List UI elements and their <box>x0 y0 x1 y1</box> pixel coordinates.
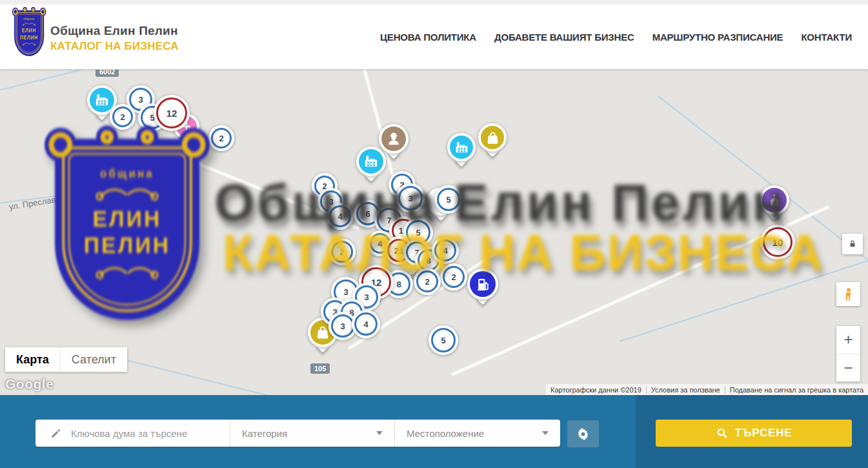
pegman-icon <box>841 287 856 302</box>
map-cluster-marker[interactable]: 12 <box>154 95 190 131</box>
crest-municipality-label: община <box>23 17 34 21</box>
map-attribution: Картографски данни ©2019 Условия за полз… <box>546 384 868 395</box>
map-pin-church[interactable] <box>760 185 789 221</box>
map-cluster-marker[interactable]: 2 <box>208 125 234 151</box>
map-pin-shopping-bag[interactable] <box>478 123 507 158</box>
attribution-report-error-link[interactable]: Подаване на сигнал за грешка в картата <box>725 386 868 394</box>
map-cluster-marker[interactable]: 5 <box>434 185 463 214</box>
lock-icon <box>847 239 858 249</box>
zoom-control: + − <box>836 326 860 382</box>
search-button-label: ТЪРСЕНЕ <box>735 427 792 440</box>
municipality-crest-logo: общинаЕЛИНПЕЛИН <box>14 10 44 57</box>
keyword-search-input[interactable] <box>71 428 213 439</box>
factory-icon <box>363 153 379 170</box>
lock-button[interactable] <box>842 234 863 254</box>
keyword-segment <box>35 420 230 447</box>
worker-icon <box>385 130 402 147</box>
search-submit-button[interactable]: ТЪРСЕНЕ <box>656 420 852 447</box>
search-section: Категория Местоположение ТЪРСЕНЕ <box>0 395 868 468</box>
map-pin-fuel[interactable] <box>467 269 498 306</box>
map-cluster-marker[interactable]: 2 <box>110 104 136 130</box>
nav-add-your-business[interactable]: ДОБАВЕТЕ ВАШИЯТ БИЗНЕС <box>494 32 634 43</box>
page: общинаЕЛИНПЕЛИН Община Елин Пелин КАТАЛО… <box>0 0 868 468</box>
google-logo[interactable]: Google <box>5 376 54 392</box>
gear-icon <box>576 427 590 441</box>
map-cluster-marker[interactable]: 2 <box>328 238 356 265</box>
map-cluster-marker[interactable]: 5 <box>429 325 458 355</box>
category-select[interactable]: Категория <box>230 420 395 447</box>
location-select-value: Местоположение <box>407 428 484 439</box>
chevron-down-icon <box>542 431 549 435</box>
search-icon <box>716 427 729 440</box>
site-logo[interactable]: общинаЕЛИНПЕЛИН Община Елин Пелин КАТАЛО… <box>14 10 179 57</box>
advanced-search-button[interactable] <box>567 420 599 447</box>
attribution-terms-link[interactable]: Условия за ползване <box>646 386 725 394</box>
map-cluster-marker[interactable]: 2 <box>440 263 467 290</box>
map-cluster-marker[interactable]: 4 <box>432 237 459 264</box>
map-cluster-marker[interactable]: 4 <box>352 310 380 338</box>
site-subtitle: КАТАЛОГ НА БИЗНЕСА <box>50 40 179 53</box>
fuel-icon <box>474 276 492 293</box>
map-cluster-marker[interactable]: 4 <box>327 203 354 230</box>
nav-contacts[interactable]: КОНТАКТИ <box>801 32 852 43</box>
logo-text: Община Елин Пелин КАТАЛОГ НА БИЗНЕСА <box>50 10 179 53</box>
church-icon <box>766 192 783 209</box>
header: общинаЕЛИНПЕЛИН Община Елин Пелин КАТАЛО… <box>0 0 868 70</box>
map-type-map-button[interactable]: Карта <box>5 347 60 372</box>
map-pin-factory[interactable] <box>356 147 386 183</box>
map-cluster-marker[interactable]: 10 <box>760 225 795 259</box>
site-title: Община Елин Пелин <box>50 24 179 38</box>
search-bar: Категория Местоположение <box>35 420 560 447</box>
pegman-button[interactable] <box>836 282 860 306</box>
shopping-bag-icon <box>485 130 501 146</box>
map-canvas[interactable]: 6002105 ул. Преславбул. „Новосел 3251222… <box>0 70 868 395</box>
pencil-icon <box>50 427 62 440</box>
category-select-value: Категория <box>242 428 287 439</box>
map-cluster-marker[interactable]: 3 <box>396 183 425 213</box>
zoom-in-button[interactable]: + <box>836 326 860 354</box>
map-cluster-marker[interactable]: 2 <box>414 268 441 295</box>
map-pin-factory[interactable] <box>447 133 476 168</box>
attribution-copyright: Картографски данни ©2019 <box>546 386 646 394</box>
marker-layer: 32512223235467135242178422812333834510 <box>0 70 868 395</box>
zoom-out-button[interactable]: − <box>836 354 860 382</box>
nav-route-schedule[interactable]: МАРШРУТНО РАЗПИСАНИЕ <box>652 32 783 43</box>
crest-name-line1: ЕЛИН <box>22 27 36 34</box>
map-type-satellite-button[interactable]: Сателит <box>60 347 127 372</box>
crest-name-line2: ПЕЛИН <box>20 34 38 41</box>
top-strip <box>0 0 868 5</box>
main-nav: ЦЕНОВА ПОЛИТИКА ДОБАВЕТЕ ВАШИЯТ БИЗНЕС М… <box>380 5 852 69</box>
chevron-down-icon <box>376 431 383 435</box>
factory-icon <box>94 92 110 108</box>
nav-pricing-policy[interactable]: ЦЕНОВА ПОЛИТИКА <box>380 32 476 43</box>
factory-icon <box>454 139 470 156</box>
map-type-control: Карта Сателит <box>5 347 127 372</box>
location-select[interactable]: Местоположение <box>395 420 560 447</box>
